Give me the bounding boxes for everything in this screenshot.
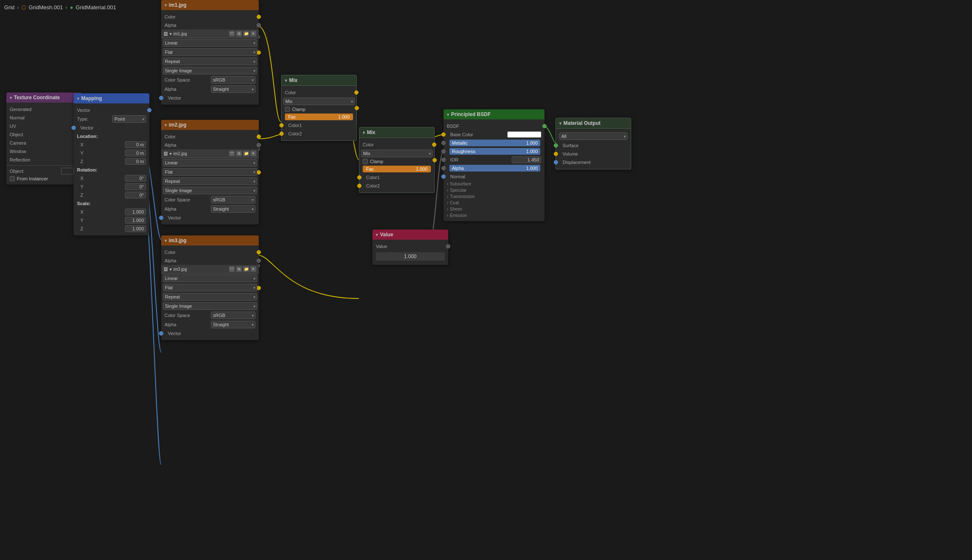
im1-cs-select[interactable]: sRGB (211, 76, 255, 84)
im1-interp-select[interactable]: Linear (163, 39, 257, 47)
im1-alpha-wrap: Straight (211, 85, 255, 93)
im3-alpha-label: Alpha (165, 322, 209, 327)
im3-cs-select[interactable]: sRGB (211, 312, 255, 319)
mapping-location-label: Location: (77, 134, 146, 139)
im3-proj-select[interactable]: Flat (163, 284, 257, 291)
value-header[interactable]: ▾ Value (372, 230, 448, 240)
im3-alpha-select[interactable]: Straight (211, 321, 255, 328)
im2-ext-select[interactable]: Repeat (163, 177, 257, 185)
mapping-vector-in-row: Vector (74, 124, 149, 132)
im1-ext-select[interactable]: Repeat (163, 58, 257, 65)
im1-copy-icon[interactable]: ⧉ (236, 31, 242, 37)
im1-close-icon[interactable]: ✕ (250, 31, 256, 37)
im2-alpha-select[interactable]: Straight (211, 205, 255, 213)
im3-dropdown-arrow[interactable]: ▾ (170, 267, 172, 272)
mix2-fac-slider[interactable]: Fac 1.000 (363, 166, 431, 172)
im3-copy-icon[interactable]: ⧉ (236, 266, 242, 272)
im3-src-select[interactable]: Single Image (163, 302, 257, 310)
im3-folder-icon[interactable]: 📁 (243, 266, 249, 272)
mix1-blend-select[interactable]: Mix (283, 98, 355, 105)
value-out-label: Value (376, 244, 443, 249)
mapping-loc-z-value[interactable]: 0 m (125, 158, 146, 165)
principled-specular-section[interactable]: Specular (444, 187, 544, 193)
im2-alpha-out-label: Alpha (165, 143, 254, 148)
mapping-scale-y-value[interactable]: 1.000 (125, 217, 146, 224)
mapping-header[interactable]: ▾ Mapping (74, 93, 149, 103)
tc-object-swatch[interactable] (61, 168, 74, 174)
material-output-header[interactable]: ▾ Material Output (555, 118, 631, 129)
im3-ext-select[interactable]: Repeat (163, 293, 257, 301)
tc-reflection-label: Reflection (10, 157, 79, 162)
mapping-rot-x-value[interactable]: 0° (125, 175, 146, 182)
breadcrumb-material[interactable]: GridMaterial.001 (76, 4, 116, 11)
im2-proj-select[interactable]: Flat (163, 168, 257, 176)
im2-interp-row: Linear (161, 158, 259, 167)
mapping-scale-x-value[interactable]: 1.000 (125, 209, 146, 215)
principled-title: Principled BSDF (451, 111, 491, 117)
principled-body: BSDF Base Color Metallic 1.000 Roughness… (444, 119, 544, 221)
im1-cs-wrap: sRGB (211, 76, 255, 84)
im1-shield-icon[interactable]: 🛡 (229, 31, 235, 37)
im2-interp-select[interactable]: Linear (163, 159, 257, 166)
principled-emission-section[interactable]: Emission (444, 212, 544, 219)
im2-close-icon[interactable]: ✕ (250, 151, 256, 156)
mapping-vector-in-socket (72, 126, 76, 130)
im2-shield-icon[interactable]: 🛡 (229, 151, 235, 156)
principled-sheen-section[interactable]: Sheen (444, 206, 544, 212)
mapping-rot-z-value[interactable]: 0° (125, 192, 146, 198)
texture-coordinate-node: ▾ Texture Coordinate Generated Normal UV… (6, 92, 82, 185)
mix2-clamp-checkbox[interactable] (363, 159, 368, 164)
principled-metallic-slider[interactable]: Metallic 1.000 (449, 140, 540, 146)
mix2-blend-select[interactable]: Mix (361, 150, 433, 157)
im1-alpha-out-label: Alpha (165, 23, 254, 28)
mix2-header[interactable]: ▾ Mix (359, 127, 435, 138)
tc-from-instancer-checkbox[interactable] (10, 176, 15, 181)
principled-header[interactable]: ▾ Principled BSDF (444, 109, 544, 119)
value-collapse-icon: ▾ (376, 232, 378, 237)
im1-dropdown-arrow[interactable]: ▾ (170, 32, 172, 36)
im1-src-select[interactable]: Single Image (163, 67, 257, 74)
im1-header[interactable]: ▾ im1.jpg (161, 0, 259, 10)
im2-color-out-row: Color (161, 132, 259, 141)
principled-coat-section[interactable]: Coat (444, 200, 544, 206)
mix2-color1-socket (357, 175, 361, 180)
principled-basecolor-swatch[interactable] (507, 132, 541, 137)
mix1-header[interactable]: ▾ Mix (281, 75, 357, 86)
im1-proj-select[interactable]: Flat (163, 48, 257, 56)
mix1-color1-row: Color1 (282, 121, 356, 129)
breadcrumb-mesh[interactable]: GridMesh.001 (29, 4, 63, 11)
breadcrumb-grid[interactable]: Grid (4, 4, 15, 11)
principled-roughness-slider[interactable]: Roughness 1.000 (449, 148, 540, 155)
mapping-loc-y-value[interactable]: 0 m (125, 150, 146, 156)
im2-header[interactable]: ▾ im2.jpg (161, 120, 259, 130)
value-field[interactable]: 1.000 (376, 252, 445, 261)
im1-cs-row: Color Space sRGB (161, 75, 259, 85)
principled-transmission-section[interactable]: Transmission (444, 193, 544, 200)
im1-alpha-select[interactable]: Straight (211, 85, 255, 93)
mapping-scale-z-value[interactable]: 1.000 (125, 225, 146, 232)
principled-subsurface-section[interactable]: Subsurface (444, 181, 544, 187)
im1-folder-icon[interactable]: 📁 (243, 31, 249, 37)
im3-interp-select[interactable]: Linear (163, 275, 257, 282)
im2-subheader: 🖼 ▾ im2.jpg 🛡 ⧉ 📁 ✕ (161, 149, 259, 158)
im3-close-icon[interactable]: ✕ (250, 266, 256, 272)
im2-src-select[interactable]: Single Image (163, 187, 257, 194)
principled-normal-label: Normal (447, 174, 541, 179)
im2-copy-icon[interactable]: ⧉ (236, 151, 242, 156)
mapping-loc-x-value[interactable]: 0 m (125, 141, 146, 148)
principled-ior-value[interactable]: 1.450 (512, 156, 541, 163)
material-output-select-wrap: All (559, 132, 627, 140)
im3-header[interactable]: ▾ im3.jpg (161, 235, 259, 246)
im2-dropdown-arrow[interactable]: ▾ (170, 151, 172, 156)
im2-folder-icon[interactable]: 📁 (243, 151, 249, 156)
mix1-clamp-checkbox[interactable] (285, 107, 290, 112)
texture-coordinate-header[interactable]: ▾ Texture Coordinate (6, 92, 82, 103)
im3-shield-icon[interactable]: 🛡 (229, 266, 235, 272)
principled-alpha-slider[interactable]: Alpha 1.000 (449, 165, 540, 172)
mapping-type-select[interactable]: Point (112, 115, 146, 123)
material-output-select[interactable]: All (559, 132, 627, 140)
im3-ext-row: Repeat (161, 292, 259, 301)
mix1-fac-slider[interactable]: Fac 1.000 (285, 114, 353, 120)
mapping-rot-y-value[interactable]: 0° (125, 183, 146, 190)
im2-cs-select[interactable]: sRGB (211, 196, 255, 203)
